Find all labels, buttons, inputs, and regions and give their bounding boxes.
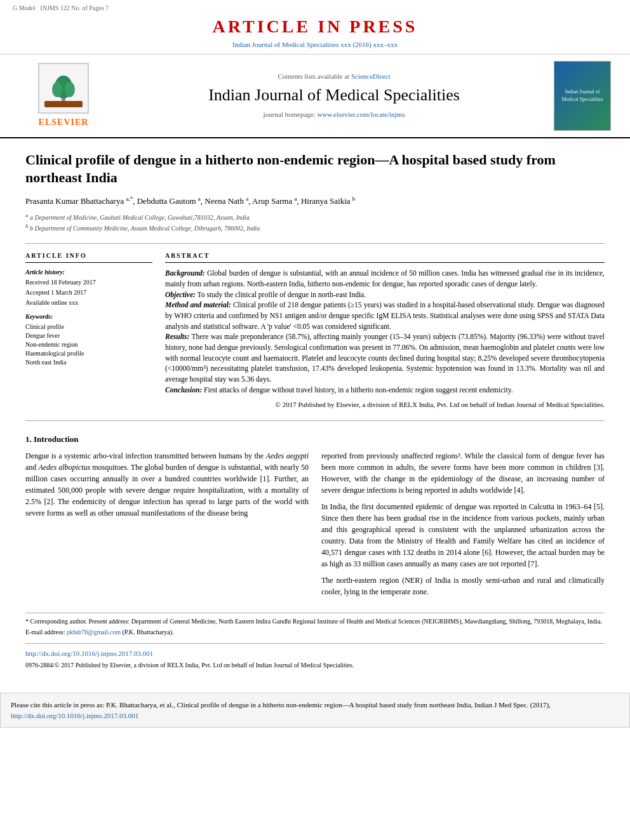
article-history-label: Article history: bbox=[25, 268, 152, 277]
article-in-press-banner: G Model INJMS 122 No. of Pages 7 ARTICLE… bbox=[0, 0, 630, 55]
affiliations: a a Department of Medicine, Gauhati Medi… bbox=[25, 211, 605, 234]
abstract-heading: ABSTRACT bbox=[165, 251, 605, 263]
objective-text: To study the clinical profile of dengue … bbox=[196, 291, 366, 298]
citation-box: Please cite this article in press as: P.… bbox=[0, 693, 630, 728]
elsevier-tree-icon bbox=[44, 69, 83, 107]
article-accepted: Accepted 1 March 2017 bbox=[25, 288, 152, 297]
intro-para-3: In India, the first documented epidemic … bbox=[321, 501, 605, 570]
divider-1 bbox=[25, 243, 605, 244]
keywords-label: Keywords: bbox=[25, 312, 152, 321]
conclusion-text: First attacks of dengue without travel h… bbox=[202, 386, 513, 394]
article-in-press-title: ARTICLE IN PRESS bbox=[213, 14, 418, 39]
intro-para-4: The north-eastern region (NER) of India … bbox=[321, 575, 605, 597]
article-info-heading: ARTICLE INFO bbox=[25, 251, 152, 263]
elsevier-logo-box bbox=[38, 63, 89, 114]
abstract-col: ABSTRACT Background: Global burden of de… bbox=[165, 251, 605, 410]
article-info-abstract-section: ARTICLE INFO Article history: Received 1… bbox=[25, 251, 605, 410]
citation-link[interactable]: http://dx.doi.org/10.1016/j.injms.2017.0… bbox=[11, 712, 138, 719]
keyword-1: Clinical profile bbox=[25, 323, 152, 331]
affiliation-b: b b Department of Community Medicine, As… bbox=[25, 222, 605, 233]
intro-col-right: reported from previously unaffected regi… bbox=[321, 450, 605, 603]
introduction-body: Dengue is a systemic arbo-viral infectio… bbox=[25, 450, 605, 603]
science-direct-link[interactable]: ScienceDirect bbox=[351, 72, 391, 80]
intro-para-1: Dengue is a systemic arbo-viral infectio… bbox=[25, 450, 309, 519]
footnote-section: * Corresponding author. Present address:… bbox=[25, 613, 605, 637]
journal-header: ELSEVIER Contents lists available at Sci… bbox=[0, 55, 630, 138]
page: G Model INJMS 122 No. of Pages 7 ARTICLE… bbox=[0, 0, 630, 840]
footnote-email: E-mail address: pkbdr78@gmail.com (P.K. … bbox=[25, 628, 605, 637]
intro-col-left: Dengue is a systemic arbo-viral infectio… bbox=[25, 450, 309, 603]
elsevier-logo: ELSEVIER bbox=[13, 63, 114, 129]
journal-link-header: Indian Journal of Medical Specialities x… bbox=[232, 40, 398, 50]
journal-cover: Indian Journal of Medical Specialities bbox=[554, 61, 617, 131]
svg-point-3 bbox=[52, 82, 62, 97]
svg-point-4 bbox=[65, 82, 75, 97]
journal-homepage-line: journal homepage: www.elsevier.com/locat… bbox=[121, 110, 547, 119]
conclusion-label: Conclusion: bbox=[165, 386, 202, 394]
keyword-5: North east India bbox=[25, 358, 152, 367]
results-label: Results: bbox=[165, 333, 189, 340]
doi-link[interactable]: http://dx.doi.org/10.1016/j.injms.2017.0… bbox=[25, 648, 605, 659]
main-content: Clinical profile of dengue in a hitherto… bbox=[0, 138, 630, 683]
journal-cover-image: Indian Journal of Medical Specialities bbox=[554, 61, 611, 131]
method-text: Clinical profile of 218 dengue patients … bbox=[165, 301, 605, 330]
journal-title-main: Indian Journal of Medical Specialities bbox=[121, 84, 547, 107]
affiliation-a: a a Department of Medicine, Gauhati Medi… bbox=[25, 211, 605, 222]
divider-2 bbox=[25, 420, 605, 421]
elsevier-text: ELSEVIER bbox=[39, 116, 89, 129]
footnote-corresponding: * Corresponding author. Present address:… bbox=[25, 617, 605, 626]
journal-homepage-link[interactable]: www.elsevier.com/locate/injms bbox=[317, 110, 405, 118]
abstract-text: Background: Global burden of dengue is s… bbox=[165, 268, 605, 395]
citation-text: Please cite this article in press as: P.… bbox=[11, 701, 551, 709]
keywords-section: Keywords: Clinical profile Dengue fever … bbox=[25, 312, 152, 367]
g-model-line: G Model INJMS 122 No. of Pages 7 bbox=[13, 4, 109, 13]
doi-section: http://dx.doi.org/10.1016/j.injms.2017.0… bbox=[25, 643, 605, 670]
abstract-copyright: © 2017 Published by Elsevier, a division… bbox=[165, 400, 605, 410]
keyword-2: Dengue fever bbox=[25, 331, 152, 340]
objective-label: Objective: bbox=[165, 291, 196, 298]
keyword-3: Non-endemic region bbox=[25, 340, 152, 349]
journal-header-center: Contents lists available at ScienceDirec… bbox=[114, 72, 554, 119]
elsevier-logo-section: ELSEVIER bbox=[13, 63, 114, 129]
article-title: Clinical profile of dengue in a hitherto… bbox=[25, 151, 605, 187]
keyword-4: Haematological profile bbox=[25, 349, 152, 358]
authors-line: Prasanta Kumar Bhattacharya a,*, Debdutt… bbox=[25, 195, 605, 208]
footnote-email-link[interactable]: pkbdr78@gmail.com bbox=[67, 629, 121, 636]
article-available: Available online xxx bbox=[25, 298, 152, 307]
intro-para-2: reported from previously unaffected regi… bbox=[321, 450, 605, 496]
article-received: Received 18 February 2017 bbox=[25, 278, 152, 287]
results-text: There was male preponderance (58.7%), af… bbox=[165, 333, 605, 383]
article-info-col: ARTICLE INFO Article history: Received 1… bbox=[25, 251, 152, 410]
introduction-heading: 1. Introduction bbox=[25, 434, 605, 445]
svg-rect-5 bbox=[44, 101, 83, 107]
background-label: Background: bbox=[165, 269, 205, 277]
method-label: Method and material: bbox=[165, 301, 231, 309]
background-text: Global burden of dengue is substantial, … bbox=[165, 269, 605, 288]
science-direct-line: Contents lists available at ScienceDirec… bbox=[121, 72, 547, 81]
doi-copyright: 0976-2884/© 2017 Published by Elsevier, … bbox=[25, 661, 605, 670]
